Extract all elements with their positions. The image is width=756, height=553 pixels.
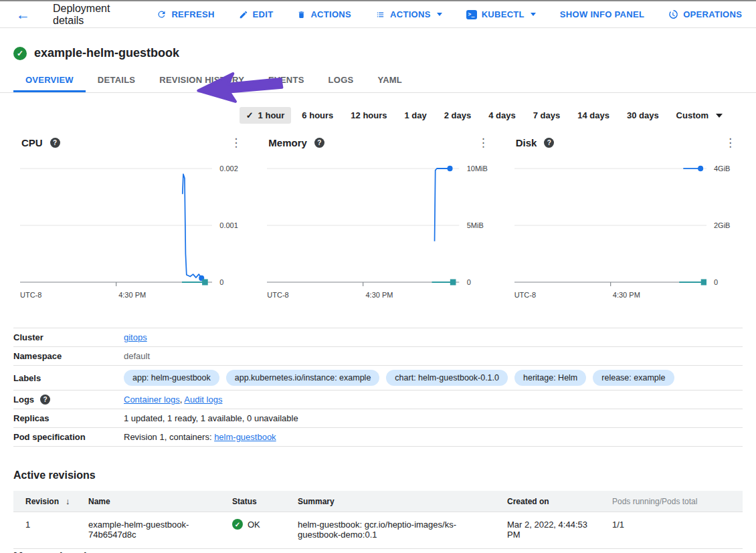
tab-overview[interactable]: OVERVIEW xyxy=(13,69,86,92)
time-option-2-days[interactable]: 2 days xyxy=(438,107,478,124)
col-pods: Pods running/Pods total xyxy=(605,491,743,512)
memory-chart-panel: Memory ? ⋮ 10MiB 5MiB 0 UTC-8 4:30 PM xyxy=(267,134,491,301)
managed-pods-heading-partial: Managed pods xyxy=(13,550,93,553)
time-option-12-hours[interactable]: 12 hours xyxy=(344,107,393,124)
col-revision: Revision↓ xyxy=(13,491,82,512)
replicas-value: 1 updated, 1 ready, 1 available, 0 unava… xyxy=(124,413,743,423)
show-info-panel-button[interactable]: SHOW INFO PANEL xyxy=(560,9,644,19)
trash-icon xyxy=(297,10,306,19)
delete-button[interactable]: ACTIONS xyxy=(297,9,351,19)
check-icon: ✓ xyxy=(246,110,254,120)
pod-spec-label: Pod specification xyxy=(13,432,124,442)
x-tick-time: 4:30 PM xyxy=(366,291,393,299)
label-chip: heritage: Helm xyxy=(514,370,586,386)
summary-cell: helm-guestbook: gcr.io/heptio-images/ks-… xyxy=(291,512,500,549)
container-link[interactable]: helm-guestbook xyxy=(214,432,276,442)
page-header: ← Deployment details REFRESH EDIT ACTION… xyxy=(0,1,756,28)
tab-details[interactable]: DETAILS xyxy=(86,69,147,92)
status-ok-icon: ✓ xyxy=(13,47,27,60)
help-icon[interactable]: ? xyxy=(544,138,554,148)
name-cell: example-helm-guestbook-74b6547d8c xyxy=(82,512,225,549)
pods-cell: 1/1 xyxy=(605,512,743,549)
col-summary: Summary xyxy=(291,491,500,512)
help-icon[interactable]: ? xyxy=(40,395,50,405)
cpu-chart-title: CPU xyxy=(21,137,43,148)
time-range-selector: ✓ 1 hour 6 hours 12 hours 1 day 2 days 4… xyxy=(0,107,729,124)
tab-revision-history[interactable]: REVISION HISTORY xyxy=(147,69,256,92)
x-tick-time: 4:30 PM xyxy=(613,291,640,299)
tab-yaml[interactable]: YAML xyxy=(365,69,414,92)
refresh-button[interactable]: REFRESH xyxy=(157,9,214,19)
namespace-value: default xyxy=(124,351,743,361)
chart-menu-icon[interactable]: ⋮ xyxy=(227,137,244,148)
cluster-label: Cluster xyxy=(13,332,124,342)
memory-chart-title: Memory xyxy=(268,137,307,148)
cluster-link[interactable]: gitops xyxy=(124,332,147,342)
tab-bar: OVERVIEW DETAILS REVISION HISTORY EVENTS… xyxy=(0,69,756,93)
time-option-7-days[interactable]: 7 days xyxy=(527,107,567,124)
time-option-6-hours[interactable]: 6 hours xyxy=(295,107,340,124)
operations-button[interactable]: OPERATIONS xyxy=(668,9,742,19)
time-option-1-day[interactable]: 1 day xyxy=(398,107,434,124)
col-status: Status xyxy=(225,491,291,512)
revisions-table: Revision↓ Name Status Summary Created on… xyxy=(13,491,743,549)
time-option-14-days[interactable]: 14 days xyxy=(571,107,616,124)
cluster-row: Cluster gitops xyxy=(13,328,743,346)
y-tick: 2GiB xyxy=(709,221,739,229)
y-tick: 0 xyxy=(709,278,739,286)
table-header-row: Revision↓ Name Status Summary Created on… xyxy=(13,491,743,512)
edit-pencil-icon xyxy=(239,10,248,19)
tab-events[interactable]: EVENTS xyxy=(256,69,316,92)
metrics-charts: CPU ? ⋮ 0.002 0.001 0 UTC-8 4:30 PM Memo… xyxy=(0,134,756,301)
status-cell: ✓ OK xyxy=(225,512,291,549)
chevron-down-icon xyxy=(437,13,442,16)
disk-chart-title: Disk xyxy=(516,137,537,148)
namespace-row: Namespace default xyxy=(13,346,743,365)
header-toolbar: REFRESH EDIT ACTIONS ACTIONS >_ KUBECTL … xyxy=(157,9,742,19)
revision-cell: 1 xyxy=(13,512,82,549)
audit-logs-link[interactable]: Audit logs xyxy=(184,395,222,405)
replicas-label: Replicas xyxy=(13,413,124,423)
namespace-label: Namespace xyxy=(13,351,124,361)
container-logs-link[interactable]: Container logs xyxy=(124,395,180,405)
label-chip: app: helm-guestbook xyxy=(124,370,219,386)
x-tick-timezone: UTC-8 xyxy=(267,291,288,299)
label-chip: release: example xyxy=(593,370,674,386)
active-revisions-heading: Active revisions xyxy=(13,469,743,481)
cpu-chart-panel: CPU ? ⋮ 0.002 0.001 0 UTC-8 4:30 PM xyxy=(20,134,244,301)
logs-row: Logs ? Container logs, Audit logs xyxy=(13,390,743,409)
chart-menu-icon[interactable]: ⋮ xyxy=(475,137,492,148)
pod-spec-prefix: Revision 1, containers: xyxy=(124,432,214,442)
terminal-icon: >_ xyxy=(466,10,477,19)
chevron-down-icon xyxy=(716,114,723,118)
disk-chart-panel: Disk ? ⋮ 4GiB 2GiB 0 UTC-8 4:30 PM xyxy=(514,134,739,301)
y-tick: 0 xyxy=(215,278,244,286)
memory-chart xyxy=(267,160,459,288)
page-title: Deployment details xyxy=(53,3,110,27)
label-chip: chart: helm-guestbook-0.1.0 xyxy=(386,370,508,386)
y-tick: 0.002 xyxy=(215,164,244,173)
y-tick: 5MiB xyxy=(462,221,492,229)
status-ok-icon: ✓ xyxy=(232,519,243,530)
time-option-1-hour[interactable]: ✓ 1 hour xyxy=(240,107,292,124)
help-icon[interactable]: ? xyxy=(50,138,60,148)
time-option-30-days[interactable]: 30 days xyxy=(620,107,666,124)
table-row: 1 example-helm-guestbook-74b6547d8c ✓ OK… xyxy=(13,512,743,549)
edit-button[interactable]: EDIT xyxy=(239,9,274,19)
replicas-row: Replicas 1 updated, 1 ready, 1 available… xyxy=(13,409,743,427)
back-arrow-icon[interactable]: ← xyxy=(16,7,30,21)
deployment-title-row: ✓ example-helm-guestbook xyxy=(0,28,756,60)
time-option-custom[interactable]: Custom xyxy=(670,107,729,124)
chart-menu-icon[interactable]: ⋮ xyxy=(722,137,739,148)
refresh-icon xyxy=(157,9,167,19)
x-tick-timezone: UTC-8 xyxy=(20,291,41,299)
y-tick: 0 xyxy=(462,278,492,286)
kubectl-button[interactable]: >_ KUBECTL xyxy=(466,9,536,19)
time-option-4-days[interactable]: 4 days xyxy=(482,107,522,124)
tab-logs[interactable]: LOGS xyxy=(316,69,366,92)
actions-menu-button[interactable]: ACTIONS xyxy=(375,9,442,19)
help-icon[interactable]: ? xyxy=(314,138,324,148)
sort-desc-icon[interactable]: ↓ xyxy=(66,496,70,506)
list-icon xyxy=(375,10,385,19)
x-tick-timezone: UTC-8 xyxy=(514,291,536,299)
